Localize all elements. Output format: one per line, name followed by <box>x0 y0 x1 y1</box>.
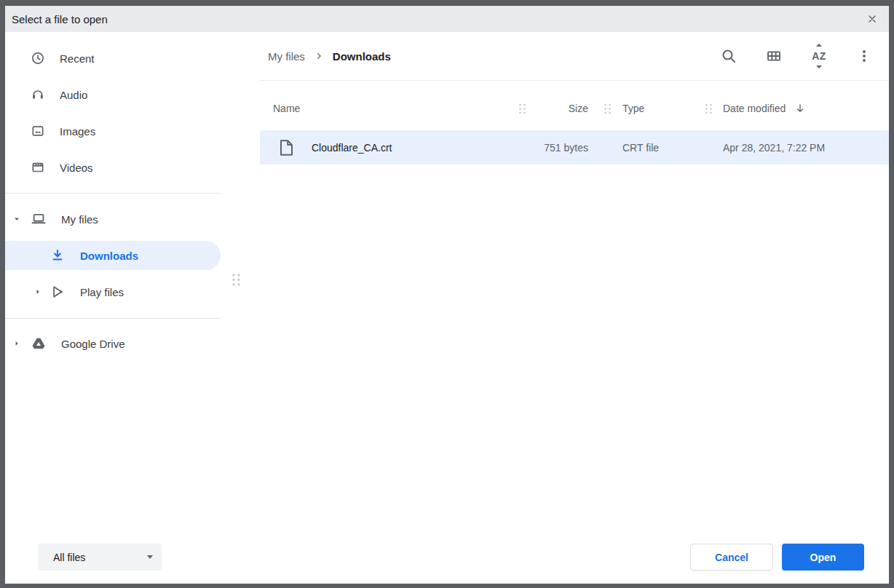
dialog-footer: All files Cancel Open <box>5 531 889 584</box>
file-size: 751 bytes <box>529 142 593 154</box>
dialog-body: Recent Audio Images Videos <box>5 32 889 584</box>
sidebar: Recent Audio Images Videos <box>5 32 221 584</box>
play-store-icon <box>50 284 66 300</box>
footer-buttons: Cancel Open <box>690 544 864 571</box>
chevron-down-icon[interactable] <box>12 215 21 223</box>
dialog-title: Select a file to open <box>12 13 108 25</box>
sidebar-item-audio[interactable]: Audio <box>5 80 221 109</box>
file-type-filter-select[interactable]: All files <box>38 544 162 571</box>
chevron-right-icon[interactable] <box>12 339 21 348</box>
movie-icon <box>31 160 45 175</box>
sidebar-item-label: Google Drive <box>61 338 125 350</box>
titlebar: Select a file to open <box>5 6 889 32</box>
sort-letters: AZ <box>812 50 826 62</box>
breadcrumb-current: Downloads <box>333 50 391 63</box>
file-row[interactable]: Cloudflare_CA.crt 751 bytes CRT file Apr… <box>260 130 889 164</box>
column-header-date-modified[interactable]: Date modified <box>723 103 889 114</box>
breadcrumb-chevron-icon <box>314 51 324 61</box>
file-name-cell: Cloudflare_CA.crt <box>260 140 515 156</box>
sidebar-item-recent[interactable]: Recent <box>5 44 221 73</box>
sidebar-item-downloads[interactable]: Downloads <box>5 241 221 270</box>
search-icon[interactable] <box>719 45 738 67</box>
sidebar-item-label: Videos <box>60 162 93 174</box>
chevron-right-icon[interactable] <box>33 287 42 296</box>
column-resize-handle[interactable] <box>593 103 622 114</box>
laptop-icon <box>31 211 47 227</box>
column-resize-handle[interactable] <box>694 103 723 114</box>
file-picker-dialog: Select a file to open Recent Audio <box>5 6 889 584</box>
file-name: Cloudflare_CA.crt <box>312 142 392 154</box>
main-panel: My files Downloads AZ <box>221 32 889 584</box>
image-icon <box>31 124 45 138</box>
sidebar-item-images[interactable]: Images <box>5 116 221 146</box>
sidebar-item-label: My files <box>61 213 98 226</box>
open-button[interactable]: Open <box>782 544 864 571</box>
file-type-filter-value: All files <box>53 552 85 563</box>
close-icon[interactable] <box>866 12 879 25</box>
sidebar-item-label: Audio <box>60 89 87 101</box>
caret-up-icon <box>816 44 822 47</box>
column-header-size[interactable]: Size <box>529 103 593 114</box>
sidebar-item-label: Downloads <box>80 250 138 262</box>
dropdown-caret-icon <box>147 555 153 559</box>
table-header: Name Size Type Date modified <box>260 87 889 130</box>
breadcrumb-parent[interactable]: My files <box>268 50 305 63</box>
caret-down-icon <box>816 65 822 68</box>
sidebar-divider <box>5 193 221 194</box>
file-document-icon <box>280 140 293 156</box>
file-type: CRT file <box>622 142 694 154</box>
main-header: My files Downloads AZ <box>260 32 889 81</box>
grid-view-icon[interactable] <box>764 45 783 67</box>
google-drive-icon <box>31 335 47 351</box>
more-vert-icon[interactable] <box>855 45 874 67</box>
sort-descending-arrow-icon <box>794 103 806 114</box>
sidebar-item-videos[interactable]: Videos <box>5 153 221 182</box>
sidebar-item-my-files[interactable]: My files <box>5 204 221 234</box>
sidebar-divider <box>5 318 221 319</box>
download-icon <box>50 248 65 263</box>
sidebar-item-play-files[interactable]: Play files <box>5 277 221 306</box>
sidebar-item-label: Play files <box>80 286 124 298</box>
column-header-type[interactable]: Type <box>622 103 694 114</box>
file-date-modified: Apr 28, 2021, 7:22 PM <box>723 142 889 154</box>
clock-icon <box>31 51 45 65</box>
headphones-icon <box>31 87 45 102</box>
column-header-name[interactable]: Name <box>260 103 515 114</box>
sidebar-item-google-drive[interactable]: Google Drive <box>5 329 221 358</box>
breadcrumb: My files Downloads <box>268 50 391 63</box>
cancel-button[interactable]: Cancel <box>690 544 773 571</box>
toolbar: AZ <box>719 45 889 67</box>
sort-az-icon[interactable]: AZ <box>810 45 828 67</box>
sidebar-item-label: Recent <box>60 52 95 65</box>
column-resize-handle[interactable] <box>515 103 529 114</box>
sidebar-item-label: Images <box>60 125 95 138</box>
